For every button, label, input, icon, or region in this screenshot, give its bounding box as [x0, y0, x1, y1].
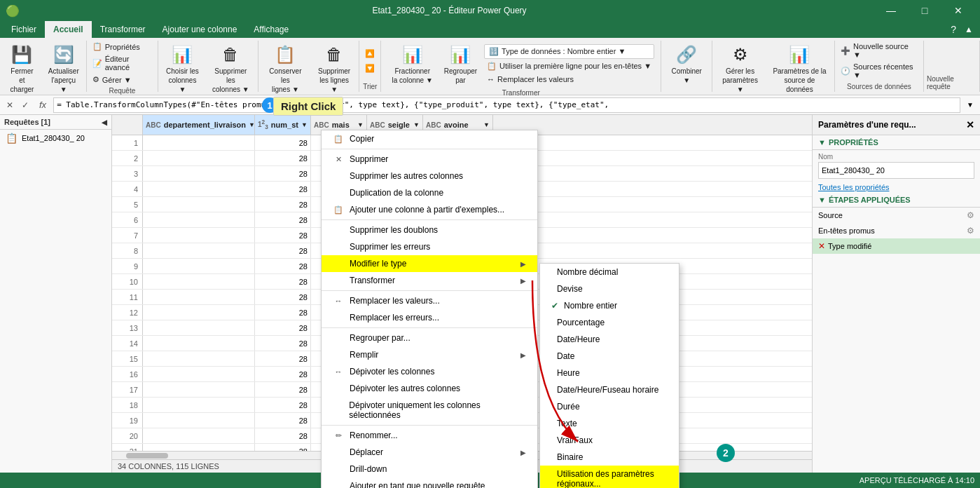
context-regrouper[interactable]: Regrouper par...	[322, 330, 537, 346]
col-seigle-dropdown[interactable]: ▼	[413, 121, 420, 128]
step-source[interactable]: Source ⚙	[813, 208, 980, 223]
tab-affichage[interactable]: Affichage	[245, 21, 297, 38]
sources-recentes-button[interactable]: 🕐 Sources récentes ▼	[838, 61, 920, 81]
context-depivoter[interactable]: ↔ Dépivoter les colonnes	[322, 363, 537, 380]
supprimer-colonnes-button[interactable]: 🗑 Supprimer lescolonnes ▼	[207, 41, 255, 97]
maximize-button[interactable]: □	[909, 0, 941, 21]
context-remplir[interactable]: Remplir ▶	[322, 346, 537, 363]
query-item-etat1[interactable]: 📋 Etat1_280430_ 20	[0, 130, 111, 147]
context-depivoter-autres[interactable]: Dépivoter les autres colonnes	[322, 380, 537, 397]
nouvelle-source-button[interactable]: ➕ Nouvelle source ▼	[838, 41, 920, 60]
gerer-parametres-button[interactable]: ⚙ Gérer lesparamètres ▼	[715, 41, 765, 97]
type-date-heure[interactable]: Date/Heure	[540, 331, 679, 348]
type-vrai-faux[interactable]: Vrai/Faux	[540, 432, 679, 449]
type-nombre-entier[interactable]: ✔ Nombre entier	[540, 297, 679, 314]
type-pourcentage[interactable]: Pourcentage	[540, 314, 679, 331]
premiere-ligne-button[interactable]: 📋 Utiliser la première ligne pour les en…	[484, 60, 654, 72]
remplacer-valeurs-button[interactable]: ↔ Remplacer les valeurs	[484, 74, 654, 85]
parametres-source-button[interactable]: 📊 Paramètres de lasource de données	[768, 41, 831, 97]
scrollbar-thumb[interactable]	[126, 453, 168, 459]
context-nouvelle-requete[interactable]: Ajouter en tant que nouvelle requête	[322, 477, 537, 488]
all-properties-link[interactable]: Toutes les propriétés	[813, 182, 980, 193]
type-texte[interactable]: Texte	[540, 415, 679, 432]
col-avoine-dropdown[interactable]: ▼	[483, 121, 490, 128]
col-num-dropdown[interactable]: ▼	[301, 121, 308, 128]
col-mais-dropdown[interactable]: ▼	[357, 121, 364, 128]
editeur-avance-label: Éditeur avancé	[105, 55, 152, 72]
actualiser-apercu-button[interactable]: 🔄 Actualiserl'aperçu ▼	[44, 41, 83, 97]
supprimer-lignes-button[interactable]: 🗑 Supprimerles lignes ▼	[312, 41, 356, 97]
col-dept-dropdown[interactable]: ▼	[249, 121, 255, 128]
context-transformer[interactable]: Transformer ▶	[322, 272, 537, 289]
step-badge-2: 2	[717, 444, 735, 462]
type-donnees-button[interactable]: 🔢 Type de données : Nombre entier ▼	[484, 44, 654, 59]
regrouper-par-button[interactable]: 📊 Regrouperpar	[440, 41, 481, 88]
supprimer-label: Supprimer	[350, 154, 388, 164]
context-drill-down[interactable]: Drill-down	[322, 461, 537, 477]
type-date[interactable]: Date	[540, 348, 679, 365]
conserver-lignes-label: Conserver leslignes ▼	[265, 67, 305, 94]
type-heure[interactable]: Heure	[540, 365, 679, 381]
context-ajouter-exemples[interactable]: 📋 Ajouter une colonne à partir d'exemple…	[322, 201, 537, 218]
editeur-avance-button[interactable]: 📝 Éditeur avancé	[90, 53, 155, 73]
remplir-label: Remplir	[350, 350, 378, 360]
col-header-dept[interactable]: ABC departement_livraison ▼	[143, 115, 255, 135]
collapse-ribbon-button[interactable]: ▲	[960, 21, 977, 38]
name-input[interactable]	[818, 162, 974, 179]
type-date-heure-fuseau[interactable]: Date/Heure/Fuseau horaire	[540, 381, 679, 398]
context-modifier-type[interactable]: Modifier le type ▶	[322, 255, 537, 272]
trier-asc-button[interactable]: 🔼	[362, 48, 378, 60]
right-panel-close-button[interactable]: ✕	[966, 119, 974, 130]
proprietes-button[interactable]: 📋 Propriétés	[90, 41, 155, 53]
combiner-button[interactable]: 🔗 Combiner ▼	[664, 41, 709, 88]
context-deplacer[interactable]: Déplacer ▶	[322, 444, 537, 461]
context-supprimer-autres[interactable]: Supprimer les autres colonnes	[322, 168, 537, 184]
type-duree[interactable]: Durée	[540, 398, 679, 415]
date-heure-fuseau-label: Date/Heure/Fuseau horaire	[557, 385, 658, 395]
context-depivoter-selectionnes[interactable]: Dépivoter uniquement les colonnes sélect…	[322, 397, 537, 423]
gerer-label: Gérer ▼	[102, 76, 132, 84]
formula-input[interactable]	[53, 97, 960, 113]
context-remplacer-erreurs[interactable]: Remplacer les erreurs...	[322, 309, 537, 326]
gerer-button[interactable]: ⚙ Gérer ▼	[90, 74, 155, 86]
type-parametres-regionaux[interactable]: Utilisation des paramètres régionaux...	[540, 466, 679, 488]
fractionner-colonne-button[interactable]: 📊 Fractionnerla colonne ▼	[388, 41, 437, 88]
minimize-button[interactable]: —	[875, 0, 907, 21]
group-label-trier: Trier	[363, 81, 377, 92]
close-button[interactable]: ✕	[942, 0, 974, 21]
col-header-num[interactable]: 123 num_st ▼	[255, 115, 311, 135]
col-num-label: num_st	[271, 121, 298, 129]
conserver-lignes-button[interactable]: 📋 Conserver leslignes ▼	[261, 41, 310, 97]
context-duplication[interactable]: Duplication de la colonne	[322, 184, 537, 201]
context-supprimer-erreurs[interactable]: Supprimer les erreurs	[322, 238, 537, 255]
cell-num: 28	[255, 382, 311, 397]
tab-accueil[interactable]: Accueil	[45, 21, 92, 38]
formula-cancel-button[interactable]: ✕	[3, 98, 17, 112]
type-binaire[interactable]: Binaire	[540, 449, 679, 466]
context-supprimer[interactable]: ✕ Supprimer	[322, 151, 537, 168]
choisir-colonnes-button[interactable]: 📊 Choisir lescolonnes ▼	[161, 41, 204, 97]
supprimer-colonnes-label: Supprimer lescolonnes ▼	[211, 67, 251, 94]
tab-fichier[interactable]: Fichier	[3, 21, 45, 38]
separator-2	[322, 219, 537, 220]
step-en-tetes-gear-icon[interactable]: ⚙	[967, 226, 974, 236]
formula-expand-button[interactable]: ▼	[963, 98, 977, 112]
collapse-queries-button[interactable]: ◀	[102, 118, 107, 126]
col-mais-label: mais	[332, 121, 350, 129]
type-nombre-decimal[interactable]: Nombre décimal	[540, 264, 679, 280]
help-icon[interactable]: ?	[946, 21, 960, 38]
context-remplacer-valeurs[interactable]: ↔ Remplacer les valeurs...	[322, 292, 537, 309]
step-source-gear-icon[interactable]: ⚙	[967, 210, 974, 220]
tab-transformer[interactable]: Transformer	[92, 21, 154, 38]
tab-ajouter-colonne[interactable]: Ajouter une colonne	[154, 21, 246, 38]
step-type-modifie[interactable]: ✕ Type modifié	[813, 238, 980, 254]
context-supprimer-doublons[interactable]: Supprimer les doublons	[322, 222, 537, 238]
formula-confirm-button[interactable]: ✓	[18, 98, 32, 112]
fermer-charger-icon: 💾	[11, 43, 32, 65]
context-copier[interactable]: 📋 Copier	[322, 130, 537, 147]
trier-desc-button[interactable]: 🔽	[362, 62, 378, 74]
step-en-tetes[interactable]: En-têtes promus ⚙	[813, 223, 980, 238]
right-panel: Paramètres d'une requ... ✕ ▼ PROPRIÉTÉS …	[812, 115, 980, 473]
type-devise[interactable]: Devise	[540, 280, 679, 297]
context-renommer[interactable]: ✏ Renommer...	[322, 427, 537, 444]
